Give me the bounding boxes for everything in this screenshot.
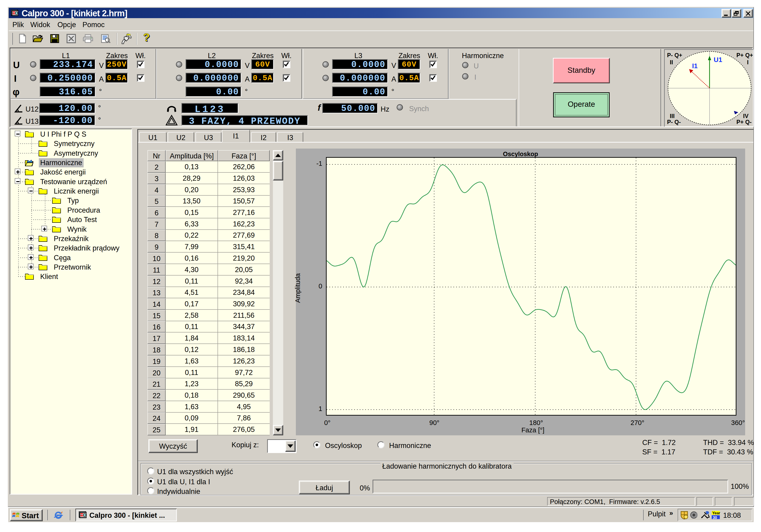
svg-text:P+ Q+: P+ Q+ (736, 52, 753, 58)
svg-text:I: I (747, 59, 749, 66)
svg-text:P- Q+: P- Q+ (667, 52, 682, 58)
svg-text:III: III (670, 113, 674, 119)
svg-text:P- Q-: P- Q- (667, 119, 681, 125)
svg-text:Year: Year (712, 511, 720, 515)
svg-text:II: II (670, 59, 673, 66)
svg-text:30: 30 (713, 515, 717, 520)
svg-text:U1: U1 (714, 56, 722, 63)
svg-text:I1: I1 (692, 62, 698, 70)
svg-text:IV: IV (743, 113, 749, 119)
svg-text:P+ Q-: P+ Q- (736, 119, 752, 125)
